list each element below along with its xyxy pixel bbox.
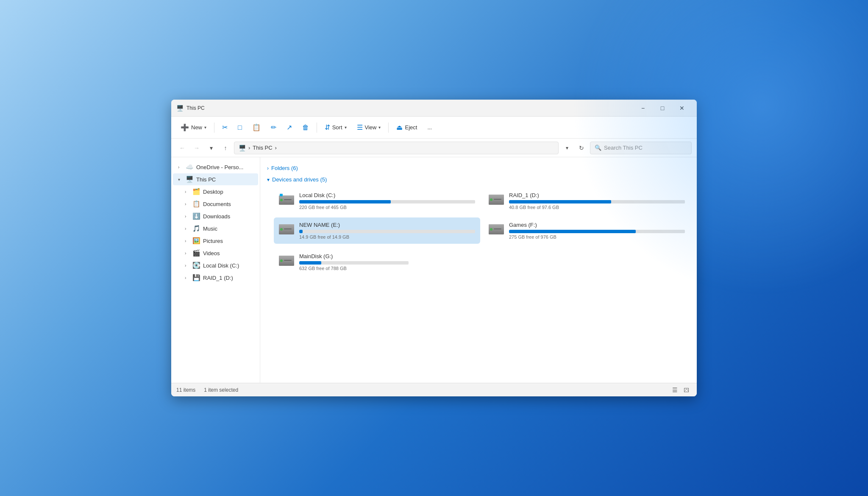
rename-button[interactable]: ✏ — [267, 121, 281, 134]
close-button[interactable]: ✕ — [672, 101, 692, 115]
desktop-icon: 🗂️ — [192, 188, 200, 195]
drive-local-c-bar — [299, 200, 391, 203]
drive-games-f-icon — [489, 222, 504, 237]
rename-icon: ✏ — [271, 123, 276, 131]
onedrive-icon: ☁️ — [186, 163, 194, 171]
drive-local-c-info: Local Disk (C:) 220 GB free of 465 GB — [299, 192, 475, 210]
documents-icon: 📋 — [192, 200, 200, 208]
new-label: New — [191, 124, 202, 131]
maximize-button[interactable]: □ — [653, 101, 672, 115]
localc-label: Local Disk (C:) — [203, 262, 255, 269]
sidebar-item-pictures[interactable]: › 🖼️ Pictures — [173, 235, 258, 247]
drive-raid-d-name: RAID_1 (D:) — [509, 192, 685, 198]
maindisk-row: MainDisk (G:) 632 GB free of 788 GB — [274, 249, 690, 275]
sort-chevron-icon: ▾ — [345, 125, 347, 130]
svg-point-19 — [490, 228, 492, 231]
sidebar-item-music[interactable]: › 🎵 Music — [173, 223, 258, 234]
drive-new-name-e-info: NEW NAME (E:) 14.9 GB free of 14.9 GB — [299, 222, 475, 240]
sidebar-item-localc[interactable]: › 💽 Local Disk (C:) — [173, 259, 258, 271]
videos-label: Videos — [203, 250, 255, 256]
refresh-button[interactable]: ↻ — [576, 142, 587, 154]
localc-icon: 💽 — [192, 262, 200, 269]
address-path-root: This PC — [253, 145, 272, 151]
thispc-label: This PC — [196, 176, 255, 183]
selected-count: 1 item selected — [204, 387, 238, 393]
eject-button[interactable]: ⏏ Eject — [392, 121, 421, 134]
drive-new-name-e[interactable]: NEW NAME (E:) 14.9 GB free of 14.9 GB — [274, 217, 480, 244]
address-path-separator-1: › — [248, 145, 250, 151]
drive-local-c-name: Local Disk (C:) — [299, 192, 475, 198]
back-button[interactable]: ← — [176, 142, 188, 154]
drive-games-f-space: 275 GB free of 976 GB — [509, 234, 685, 240]
statusbar: 11 items 1 item selected ☰ ⮹ — [171, 383, 697, 396]
list-view-button[interactable]: ☰ — [670, 385, 680, 395]
paste-button[interactable]: 📋 — [248, 121, 265, 134]
desktop-expand-icon: › — [185, 189, 190, 194]
svg-point-11 — [490, 198, 492, 201]
sidebar-item-onedrive[interactable]: › ☁️ OneDrive - Perso... — [173, 161, 258, 173]
drive-raid-d-icon — [489, 192, 504, 207]
devices-section-header[interactable]: ▾ Devices and drives (5) — [267, 174, 690, 185]
sidebar: › ☁️ OneDrive - Perso... ▾ 🖥️ This PC › … — [171, 157, 260, 383]
sidebar-item-videos[interactable]: › 🎬 Videos — [173, 247, 258, 259]
titlebar-controls: − □ ✕ — [633, 101, 692, 115]
svg-point-15 — [280, 228, 283, 231]
address-path-icon: 🖥️ — [239, 145, 246, 151]
documents-label: Documents — [203, 201, 255, 207]
grid-view-button[interactable]: ⮹ — [682, 385, 692, 395]
svg-rect-12 — [494, 199, 501, 200]
more-button[interactable]: ... — [423, 122, 436, 133]
share-button[interactable]: ↗ — [282, 121, 296, 134]
drive-raid-d-bar-container — [509, 200, 685, 203]
content-area: › ☁️ OneDrive - Perso... ▾ 🖥️ This PC › … — [171, 157, 697, 383]
svg-rect-5 — [280, 194, 281, 195]
documents-expand-icon: › — [185, 202, 190, 206]
drive-maindisk-g-icon — [279, 253, 294, 268]
pictures-expand-icon: › — [185, 239, 190, 243]
localc-expand-icon: › — [185, 263, 190, 268]
svg-rect-6 — [281, 194, 283, 195]
sidebar-item-documents[interactable]: › 📋 Documents — [173, 198, 258, 210]
svg-point-23 — [280, 259, 283, 262]
raidd-icon: 💾 — [192, 274, 200, 281]
recent-button[interactable]: ▾ — [205, 142, 217, 154]
drive-games-f-bar — [509, 230, 636, 233]
drive-raid-d[interactable]: RAID_1 (D:) 40.8 GB free of 97.6 GB — [484, 188, 690, 214]
drive-maindisk-g-bar — [299, 261, 321, 265]
drive-games-f[interactable]: Games (F:) 275 GB free of 976 GB — [484, 217, 690, 244]
search-box[interactable]: 🔍 Search This PC — [590, 142, 692, 154]
drive-local-c-space: 220 GB free of 465 GB — [299, 205, 475, 210]
forward-button[interactable]: → — [191, 142, 203, 154]
minimize-button[interactable]: − — [633, 101, 653, 115]
sidebar-item-raidd[interactable]: › 💾 RAID_1 (D:) — [173, 272, 258, 284]
address-dropdown-button[interactable]: ▾ — [561, 142, 573, 154]
new-button[interactable]: ➕ New ▾ — [176, 121, 211, 134]
new-chevron-icon: ▾ — [204, 125, 206, 130]
drive-maindisk-g[interactable]: MainDisk (G:) 632 GB free of 788 GB — [274, 249, 414, 275]
videos-icon: 🎬 — [192, 249, 200, 257]
titlebar: 🖥️ This PC − □ ✕ — [171, 100, 697, 117]
window-icon: 🖥️ — [176, 105, 183, 111]
delete-button[interactable]: 🗑 — [298, 121, 313, 134]
drive-local-c-bar-container — [299, 200, 475, 203]
drive-raid-d-info: RAID_1 (D:) 40.8 GB free of 97.6 GB — [509, 192, 685, 210]
sidebar-item-downloads[interactable]: › ⬇️ Downloads — [173, 210, 258, 222]
sidebar-item-desktop[interactable]: › 🗂️ Desktop — [173, 186, 258, 198]
copy-button[interactable]: □ — [234, 121, 246, 134]
sidebar-item-thispc[interactable]: ▾ 🖥️ This PC — [173, 173, 258, 185]
drives-grid: Local Disk (C:) 220 GB free of 465 GB — [274, 188, 690, 244]
raidd-expand-icon: › — [185, 276, 190, 280]
videos-expand-icon: › — [185, 251, 190, 256]
cut-button[interactable]: ✂ — [218, 121, 232, 134]
drive-new-name-e-name: NEW NAME (E:) — [299, 222, 475, 228]
drive-local-c[interactable]: Local Disk (C:) 220 GB free of 465 GB — [274, 188, 480, 214]
file-pane: › Folders (6) ▾ Devices and drives (5) — [260, 157, 697, 383]
folders-section-header[interactable]: › Folders (6) — [267, 162, 690, 174]
address-path[interactable]: 🖥️ › This PC › — [234, 142, 559, 154]
up-button[interactable]: ↑ — [220, 142, 231, 154]
thispc-expand-icon: ▾ — [178, 177, 183, 182]
view-button[interactable]: ☰ View ▾ — [353, 121, 385, 134]
sort-button[interactable]: ⇵ Sort ▾ — [320, 121, 351, 134]
copy-icon: □ — [238, 124, 242, 131]
toolbar-sep-2 — [317, 123, 317, 133]
